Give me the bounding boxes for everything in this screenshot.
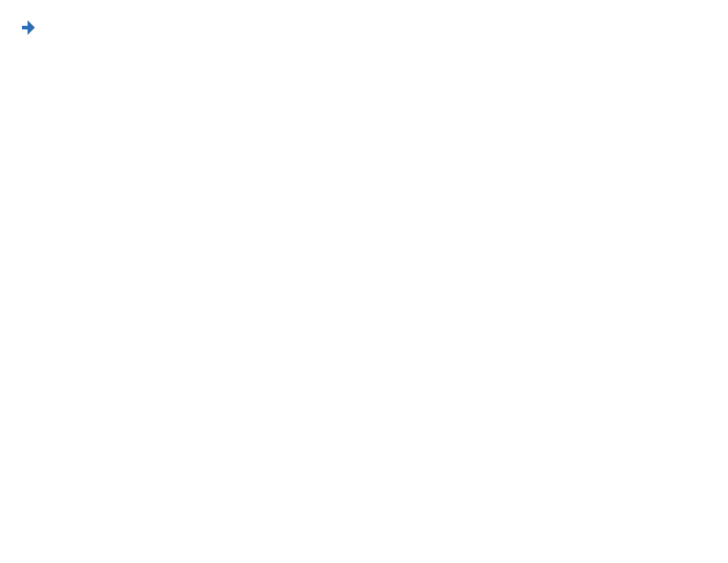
logo [18,18,40,37]
logo-icon [18,18,37,37]
svg-marker-0 [22,20,35,35]
page-header [18,18,710,37]
